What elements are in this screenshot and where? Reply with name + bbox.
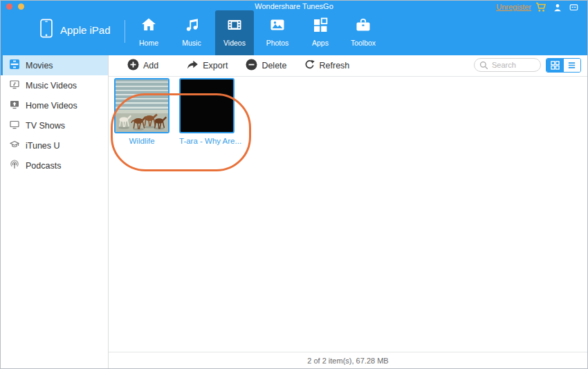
sidebar-item-label: Podcasts bbox=[26, 161, 61, 171]
music-videos-icon bbox=[10, 79, 19, 91]
tab-toolbox[interactable]: Toolbox bbox=[344, 10, 383, 55]
tv-shows-icon bbox=[10, 120, 19, 131]
grid-view-icon bbox=[551, 61, 560, 70]
search-icon bbox=[479, 61, 488, 70]
grid-view-button[interactable] bbox=[546, 59, 564, 72]
tab-home[interactable]: Home bbox=[129, 10, 168, 55]
toolbox-icon bbox=[354, 17, 372, 36]
delete-icon bbox=[246, 59, 257, 73]
refresh-button[interactable]: Refresh bbox=[304, 59, 350, 73]
video-thumbnail[interactable] bbox=[179, 78, 235, 133]
account-icon[interactable] bbox=[553, 3, 562, 15]
status-text: 2 of 2 item(s), 67.28 MB bbox=[307, 357, 388, 365]
delete-button[interactable]: Delete bbox=[246, 59, 286, 73]
video-item-wildlife[interactable]: Wildlife bbox=[114, 78, 169, 352]
tab-photos[interactable]: Photos bbox=[258, 10, 297, 55]
sidebar-item-music-videos[interactable]: Music Videos bbox=[1, 75, 108, 95]
delete-button-label: Delete bbox=[261, 61, 286, 70]
tab-apps[interactable]: Apps bbox=[301, 10, 340, 55]
sidebar-item-label: Music Videos bbox=[26, 81, 77, 91]
nav-tabs: Home Music Videos Photos bbox=[129, 10, 387, 55]
refresh-icon bbox=[304, 59, 315, 73]
video-thumbnail[interactable] bbox=[114, 78, 169, 133]
export-icon bbox=[186, 59, 199, 73]
header-divider bbox=[125, 20, 125, 43]
tab-videos[interactable]: Videos bbox=[215, 10, 254, 55]
device-info: Apple iPad bbox=[39, 19, 111, 41]
cart-icon[interactable] bbox=[535, 2, 546, 15]
movies-icon bbox=[10, 59, 19, 71]
apps-icon bbox=[312, 17, 329, 36]
device-name: Apple iPad bbox=[60, 24, 111, 36]
tab-music[interactable]: Music bbox=[172, 10, 211, 55]
list-view-icon bbox=[567, 61, 576, 70]
refresh-button-label: Refresh bbox=[320, 61, 350, 70]
video-grid: Wildlife T-ara - Why Are... bbox=[109, 77, 587, 352]
main-panel: Add Export Delete bbox=[109, 55, 587, 368]
export-button-label: Export bbox=[203, 61, 228, 70]
ipad-icon bbox=[39, 19, 53, 41]
feedback-icon[interactable] bbox=[569, 3, 579, 15]
view-toggle bbox=[546, 58, 581, 73]
sidebar-item-label: iTunes U bbox=[26, 141, 60, 151]
music-icon bbox=[183, 17, 200, 36]
videos-icon bbox=[226, 17, 244, 36]
sidebar: Movies Music Videos Home Videos TV Shows bbox=[1, 55, 109, 368]
video-item-tara[interactable]: T-ara - Why Are... bbox=[179, 78, 235, 352]
tab-label: Toolbox bbox=[351, 39, 376, 47]
tab-label: Apps bbox=[312, 39, 329, 47]
header: Wondershare TunesGo Unregister Apple iPa… bbox=[1, 1, 587, 55]
toolbar: Add Export Delete bbox=[109, 55, 587, 77]
video-title: Wildlife bbox=[114, 137, 169, 145]
status-bar: 2 of 2 item(s), 67.28 MB bbox=[109, 352, 587, 368]
search-box bbox=[474, 58, 541, 72]
add-button-label: Add bbox=[143, 61, 158, 70]
tunesgo-window: Wondershare TunesGo Unregister Apple iPa… bbox=[0, 0, 588, 369]
unregister-link[interactable]: Unregister bbox=[496, 3, 531, 11]
sidebar-item-itunes-u[interactable]: iTunes U bbox=[1, 135, 108, 155]
photos-icon bbox=[268, 17, 286, 36]
sidebar-item-label: Home Videos bbox=[26, 101, 77, 111]
export-button[interactable]: Export bbox=[186, 59, 228, 73]
sidebar-item-movies[interactable]: Movies bbox=[1, 55, 108, 75]
tab-label: Music bbox=[182, 39, 201, 47]
sidebar-item-podcasts[interactable]: Podcasts bbox=[1, 155, 108, 176]
video-title: T-ara - Why Are... bbox=[179, 137, 235, 145]
sidebar-item-label: Movies bbox=[26, 61, 53, 70]
tab-label: Home bbox=[139, 39, 158, 47]
list-view-button[interactable] bbox=[564, 59, 581, 72]
home-icon bbox=[140, 17, 158, 36]
podcasts-icon bbox=[10, 160, 19, 171]
add-button[interactable]: Add bbox=[127, 59, 158, 73]
tab-label: Videos bbox=[223, 39, 246, 47]
add-icon bbox=[127, 59, 139, 73]
tab-label: Photos bbox=[266, 39, 289, 47]
sidebar-item-label: TV Shows bbox=[26, 121, 65, 131]
sidebar-item-home-videos[interactable]: Home Videos bbox=[1, 95, 108, 115]
sidebar-item-tv-shows[interactable]: TV Shows bbox=[1, 115, 108, 135]
itunes-u-icon bbox=[10, 140, 19, 151]
home-videos-icon bbox=[10, 100, 19, 111]
